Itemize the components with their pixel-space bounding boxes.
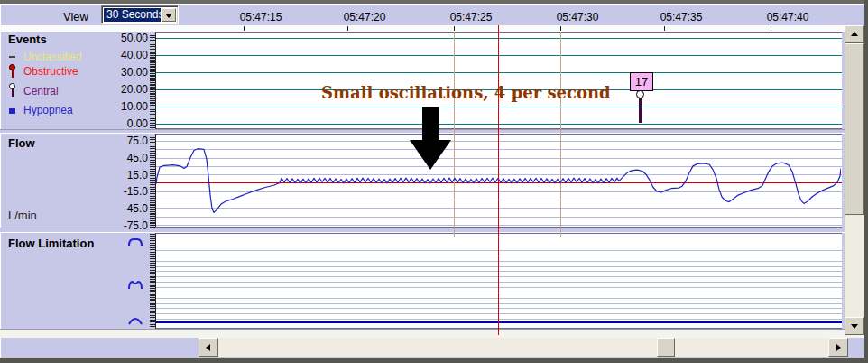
scroll-left-button[interactable] (199, 338, 218, 357)
time-label: 05:47:40 (761, 11, 815, 23)
arrow-down-icon (851, 324, 858, 329)
gridline (156, 38, 842, 39)
central-pin-icon (8, 83, 17, 98)
events-ytick-label: 30.00 (83, 66, 148, 79)
time-label: 05:47:30 (550, 11, 605, 23)
vertical-scrollbar[interactable] (845, 25, 864, 335)
pin-head (9, 64, 15, 70)
unclassified-dash-icon (9, 56, 15, 58)
flow-ytick-label: 75.0 (83, 135, 148, 147)
chevron-down-icon (165, 14, 172, 18)
window-bottom-edge (0, 358, 868, 363)
arrow-right-icon (836, 344, 841, 351)
time-tick (560, 26, 561, 31)
flow-ytick-label: -45.0 (83, 202, 148, 215)
time-label: 05:47:35 (654, 11, 708, 23)
view-duration-selected-value[interactable]: 30 Seconds (104, 8, 161, 22)
scroll-up-button[interactable] (845, 25, 864, 43)
gridline (156, 287, 842, 288)
obstructive-pin-icon (8, 64, 17, 79)
horizontal-scrollbar[interactable] (199, 338, 848, 357)
time-cursor-line[interactable] (498, 25, 499, 335)
event-marker-badge[interactable]: 17 (630, 72, 653, 91)
events-panel-title: Events (8, 33, 47, 46)
view-duration-combobox[interactable]: 30 Seconds (101, 5, 179, 24)
gridline (156, 303, 842, 304)
gridline (156, 261, 842, 262)
time-tick (347, 26, 348, 31)
window-right-edge (864, 0, 868, 363)
arrow-up-icon (851, 32, 858, 36)
flow-axis-ruler (150, 135, 155, 228)
time-tick (244, 26, 245, 31)
arrow-left-icon (206, 344, 210, 351)
central-apnea-marker-icon (636, 90, 644, 98)
gridline (156, 256, 842, 256)
time-tick (771, 26, 771, 31)
gridline (156, 308, 842, 309)
flow-panel-title: Flow (8, 136, 35, 150)
time-label: 05:47:20 (337, 11, 392, 23)
events-axis-ruler (150, 33, 155, 129)
events-ytick-label: 50.00 (83, 32, 148, 44)
time-tick (454, 26, 455, 31)
gridline (156, 124, 842, 125)
scroll-right-button[interactable] (828, 338, 848, 357)
annotation-text: Small oscillations, 4 per second (321, 83, 611, 102)
time-tick-strip (0, 25, 864, 32)
time-label: 05:47:25 (444, 11, 498, 23)
gridline (156, 282, 842, 283)
window-left-edge (0, 5, 1, 358)
app-window: View 30 Seconds Events Flow L/min Flow L… (0, 0, 868, 363)
flow-ytick-label: -75.0 (83, 219, 148, 232)
flow-ytick-label: -15.0 (83, 185, 148, 198)
time-label: 05:47:15 (234, 11, 288, 23)
view-label: View (63, 10, 88, 23)
gridline (156, 276, 842, 277)
horizontal-scrollbar-thumb[interactable] (657, 338, 675, 357)
combobox-dropdown-button[interactable] (162, 8, 176, 22)
gridline (156, 72, 842, 73)
legend-item-central: Central (23, 85, 59, 98)
events-ytick-label: 10.00 (83, 100, 148, 113)
gridline (156, 293, 842, 293)
window-top-edge (0, 0, 868, 5)
panel-divider (0, 329, 864, 338)
events-ytick-label: 40.00 (83, 49, 148, 61)
legend-item-obstructive: Obstructive (23, 65, 78, 78)
partially-flattened-breath-icon (127, 278, 143, 291)
flow-limitation-axis-ruler (150, 234, 155, 328)
legend-item-hypopnea: Hypopnea (23, 104, 73, 116)
time-tick (664, 26, 665, 31)
flattened-breath-icon (127, 237, 143, 248)
rounded-breath-icon (127, 313, 143, 326)
gridline (156, 250, 842, 251)
flow-ytick-label: 45.0 (83, 152, 148, 164)
pin-head (9, 83, 15, 89)
gridline (156, 313, 842, 314)
vertical-scrollbar-thumb[interactable] (845, 43, 864, 215)
gridline (156, 107, 842, 107)
flow-ytick-label: 15.0 (83, 169, 148, 182)
hypopnea-square-icon (9, 108, 15, 114)
annotation-arrow-icon (404, 99, 457, 175)
gridline (156, 55, 842, 56)
gridline (156, 271, 842, 272)
events-ytick-label: 0.00 (83, 117, 148, 130)
scroll-down-button[interactable] (845, 317, 864, 335)
gridline (156, 319, 842, 320)
legend-item-unclassified: Unclassified (23, 51, 82, 63)
flow-limitation-trace (156, 321, 842, 323)
gridline (156, 298, 842, 299)
events-ytick-label: 20.00 (83, 83, 148, 96)
gridline (156, 266, 842, 267)
flow-limitation-panel-title: Flow Limitation (8, 237, 94, 250)
flow-unit-label: L/min (8, 209, 37, 222)
